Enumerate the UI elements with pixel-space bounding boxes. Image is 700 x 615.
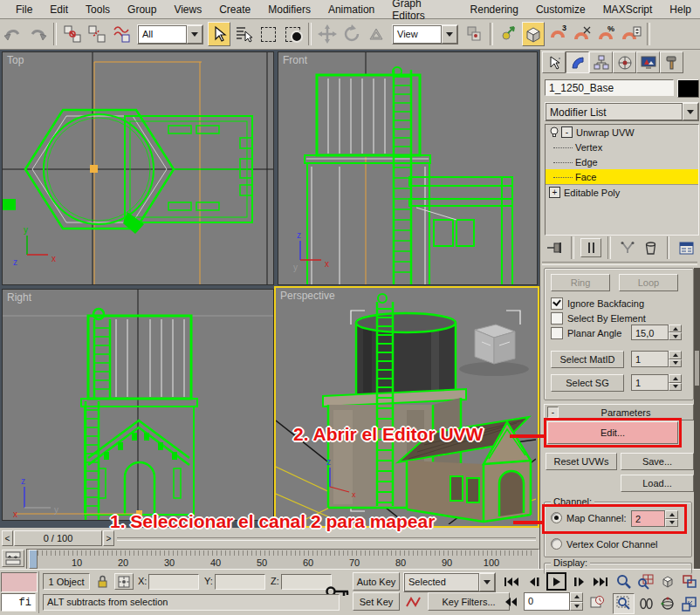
tab-modify[interactable] [566,51,589,73]
open-mini-curve-editor-button[interactable] [2,550,24,567]
frame-position-handle[interactable] [29,550,38,569]
snaps-toggle-button[interactable] [522,22,545,46]
time-slider-track[interactable] [117,537,536,541]
unlink-selection-button[interactable] [86,22,108,46]
modifier-enabled-bulb-icon[interactable] [549,126,559,138]
stack-item-unwrap-uvw[interactable]: - Unwrap UVW [546,125,698,140]
default-in-out-tangents-button[interactable] [403,592,424,611]
save-uvws-button[interactable]: Save... [621,453,694,470]
menu-edit[interactable]: Edit [41,1,77,18]
select-by-name-button[interactable] [232,22,255,46]
bind-to-space-warp-button[interactable] [110,22,133,46]
play-button[interactable] [546,572,566,591]
selection-filter-dropdown[interactable]: All [137,24,203,44]
menu-rendering[interactable]: Rendering [462,1,527,18]
region-zoom-button[interactable] [613,593,635,614]
pin-stack-button[interactable] [545,238,565,257]
collapse-stack-icon[interactable]: - [561,126,573,138]
tab-display[interactable] [636,51,660,73]
zoom-button[interactable] [613,571,635,592]
stack-item-vertex[interactable]: Vertex [546,140,698,154]
percent-snap-button[interactable]: % [595,22,618,46]
redo-button[interactable] [26,22,49,46]
make-unique-button[interactable] [617,238,637,257]
y-coord-field[interactable] [215,574,265,590]
next-frame-button[interactable] [569,572,589,591]
menu-modifiers[interactable]: Modifiers [259,1,319,18]
show-end-result-button[interactable] [580,238,602,257]
key-mode-toggle-button[interactable] [501,592,521,611]
time-configuration-button[interactable] [587,592,607,611]
reference-coordinate-dropdown[interactable]: View [392,24,458,44]
dropdown-arrow-icon[interactable] [442,25,457,44]
dropdown-arrow-icon[interactable] [479,573,495,591]
selection-lock-button[interactable] [93,573,111,590]
go-to-end-button[interactable] [590,572,610,591]
stack-item-edge[interactable]: Edge [546,154,698,169]
panel-scrollbar[interactable] [694,268,700,569]
dropdown-arrow-icon[interactable] [683,103,698,120]
menu-help[interactable]: Help [661,1,700,18]
select-and-rotate-button[interactable] [340,22,363,46]
ignore-backfacing-checkbox[interactable] [551,297,563,310]
maximize-viewport-toggle-button[interactable] [678,593,700,614]
sg-spinner[interactable]: 1 [631,374,682,391]
menu-animation[interactable]: Animation [319,1,383,18]
loop-button[interactable]: Loop [619,274,678,291]
tab-hierarchy[interactable] [589,51,613,73]
window-crossing-toggle-button[interactable] [281,22,304,46]
spinner-snap-button[interactable] [620,22,642,46]
set-key-button[interactable]: Set Key [353,592,400,611]
select-and-link-button[interactable] [61,22,84,46]
vertex-color-radio[interactable] [551,538,562,550]
panel-scrollbar-thumb[interactable] [695,351,699,386]
planar-angle-checkbox[interactable] [551,327,563,339]
planar-angle-spinner[interactable]: 15,0 [631,325,682,340]
zoom-all-button[interactable] [635,571,656,592]
previous-frame-button[interactable] [524,572,544,591]
maxscript-mini-listener[interactable]: fi [1,593,36,612]
load-uvws-button[interactable]: Load... [621,475,694,492]
time-slider-prev-button[interactable]: < [2,530,13,546]
select-matid-button[interactable]: Select MatID [551,351,624,368]
object-color-swatch[interactable] [677,79,699,98]
auto-key-button[interactable]: Auto Key [353,572,400,591]
viewport-front[interactable]: Front [278,51,538,285]
rectangular-selection-region-button[interactable] [257,22,279,46]
matid-arrows[interactable] [669,351,682,367]
select-sg-button[interactable]: Select SG [551,374,624,392]
viewport-top[interactable]: Top [2,51,274,285]
configure-modifier-sets-button[interactable] [676,238,697,257]
select-by-element-checkbox[interactable] [551,312,563,325]
rollout-collapse-icon[interactable]: - [547,407,559,418]
expand-stack-icon[interactable]: + [549,187,560,198]
menu-group[interactable]: Group [119,1,165,18]
time-slider-next-button[interactable]: > [103,530,114,546]
stack-item-editable-poly[interactable]: + Editable Poly [546,184,698,200]
angle-snap-button[interactable] [571,22,594,46]
menu-file[interactable]: File [7,1,41,18]
object-name-field[interactable]: 1_1250_Base [545,79,674,96]
absolute-offset-toggle[interactable] [114,573,134,590]
track-bar-ruler[interactable]: 0 10 20 30 40 50 60 70 80 90 100 [26,549,539,570]
menu-customize[interactable]: Customize [527,1,594,18]
select-and-scale-button[interactable] [365,22,388,46]
viewport-perspective[interactable]: Perspective [274,286,539,528]
remove-modifier-button[interactable] [641,238,661,257]
zoom-extents-button[interactable] [656,571,678,592]
arc-rotate-button[interactable] [656,593,678,614]
pan-button[interactable] [635,593,656,614]
viewport-right[interactable]: Right [2,289,274,521]
matid-spinner[interactable]: 1 [631,351,682,367]
ring-button[interactable]: Ring [551,274,610,291]
undo-button[interactable] [2,22,24,46]
zoom-extents-all-button[interactable] [678,571,700,592]
x-coord-field[interactable] [148,574,199,590]
tab-create[interactable] [542,51,566,73]
frame-spinner-arrows[interactable] [570,592,583,611]
planar-angle-arrows[interactable] [669,325,682,340]
macro-recorder-pane[interactable] [1,572,38,592]
snap-3d-toggle-button[interactable]: 3 [546,22,569,46]
time-slider-handle[interactable]: 0 / 100 [14,530,102,546]
reset-uvws-button[interactable]: Reset UVWs [546,453,617,470]
